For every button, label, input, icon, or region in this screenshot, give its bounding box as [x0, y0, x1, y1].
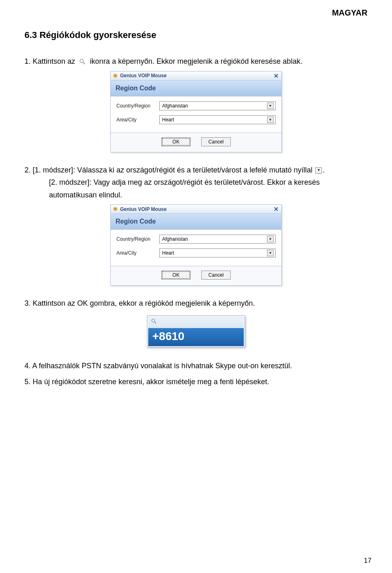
cancel-button[interactable]: Cancel	[201, 271, 231, 280]
step-1-text-a: 1. Kattintson az	[24, 57, 75, 65]
area-label: Area/City	[116, 117, 155, 123]
country-label: Country/Region	[116, 236, 155, 242]
step-2-text-d: automatikusan elindul.	[49, 191, 122, 199]
dialog-title: Genius VOIP Mouse	[120, 206, 167, 212]
section-title: 6.3 Régiókódok gyorskeresése	[24, 30, 368, 40]
region-code-dialog: ✹ Genius VOIP Mouse ✕ Region Code Countr…	[110, 71, 282, 152]
close-icon[interactable]: ✕	[274, 206, 279, 212]
chevron-down-icon[interactable]: ▼	[267, 250, 274, 256]
step-1: 1. Kattintson az ikonra a képernyőn. Ekk…	[24, 55, 368, 68]
dialog-header: Region Code	[111, 214, 281, 230]
step-1-text-b: ikonra a képernyőn. Ekkor megjelenik a r…	[90, 57, 302, 65]
dialog-title: Genius VOIP Mouse	[120, 73, 167, 78]
language-header: MAGYAR	[24, 8, 368, 18]
dialog-header: Region Code	[111, 81, 281, 96]
step-2-text-a: 2. [1. módszer]: Válassza ki az országot…	[24, 166, 312, 174]
region-code-dialog: ✹ Genius VOIP Mouse ✕ Region Code Countr…	[110, 204, 282, 286]
area-value: Heart	[162, 117, 174, 123]
area-value: Heart	[162, 250, 174, 256]
chevron-down-icon: ▼	[315, 167, 322, 174]
step-3: 3. Kattintson az OK gombra, ekkor a régi…	[24, 297, 368, 310]
country-label: Country/Region	[116, 103, 155, 109]
dialog-titlebar: ✹ Genius VOIP Mouse ✕	[111, 72, 281, 81]
cancel-button[interactable]: Cancel	[201, 137, 231, 146]
region-code-result: +8610	[147, 316, 245, 347]
svg-line-3	[154, 322, 156, 323]
step-2-text-c: [2. módszer]: Vagy adja meg az országot/…	[49, 178, 320, 186]
area-dropdown[interactable]: Heart ▼	[159, 248, 276, 257]
svg-point-2	[151, 319, 154, 322]
area-dropdown[interactable]: Heart ▼	[159, 115, 276, 124]
country-dropdown[interactable]: Afghanistan ▼	[159, 101, 276, 110]
ok-button[interactable]: OK	[161, 137, 191, 146]
svg-point-0	[80, 59, 83, 63]
chevron-down-icon[interactable]: ▼	[267, 236, 274, 242]
dialog-titlebar: ✹ Genius VOIP Mouse ✕	[111, 205, 281, 214]
country-value: Afghanistan	[162, 236, 188, 242]
step-2: 2. [1. módszer]: Válassza ki az országot…	[24, 164, 368, 201]
country-dropdown[interactable]: Afghanistan ▼	[159, 235, 276, 244]
svg-line-1	[83, 62, 85, 64]
country-value: Afghanistan	[162, 103, 188, 109]
step-5: 5. Ha új régiókódot szeretne keresni, ak…	[24, 376, 368, 388]
ok-button[interactable]: OK	[161, 271, 191, 280]
step-4: 4. A felhasználók PSTN szabványú vonalak…	[24, 360, 368, 372]
step-2-text-b: .	[323, 166, 325, 174]
chevron-down-icon[interactable]: ▼	[267, 116, 274, 123]
gear-icon: ✹	[113, 206, 118, 212]
close-icon[interactable]: ✕	[274, 73, 279, 79]
magnifier-icon	[151, 318, 157, 326]
region-code-value: +8610	[148, 328, 244, 346]
magnifier-icon	[79, 58, 86, 65]
area-label: Area/City	[116, 250, 155, 256]
gear-icon: ✹	[113, 73, 118, 78]
chevron-down-icon[interactable]: ▼	[267, 103, 274, 109]
